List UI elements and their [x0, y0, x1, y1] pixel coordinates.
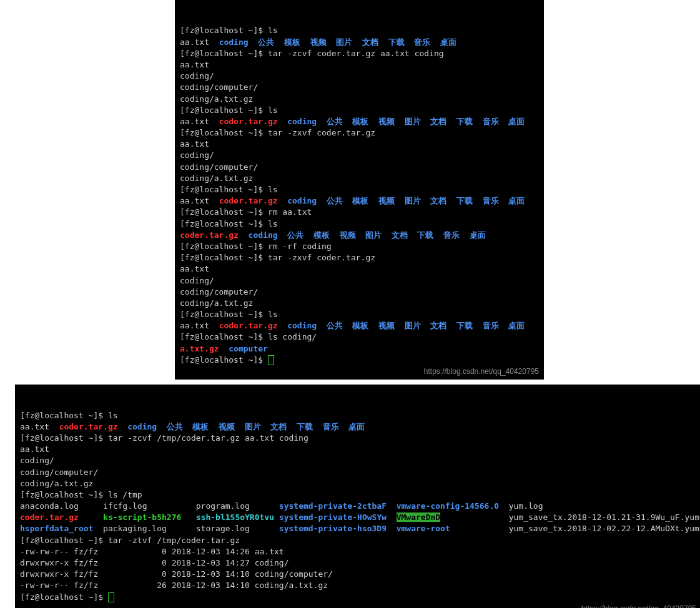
- terminal-line: aa.txt coder.tar.gz coding 公共 模板 视频 图片 文…: [20, 421, 696, 433]
- text-segment: 音乐: [443, 230, 460, 240]
- text-segment: aa.txt: [180, 117, 219, 126]
- text-segment: coder.tar.gz: [219, 117, 278, 126]
- text-segment: 公共: [327, 117, 343, 126]
- text-segment: [421, 196, 431, 205]
- text-segment: [499, 117, 509, 126]
- text-segment: drwxrwxr-x fz/fz 0 2018-12-03 14:27 codi…: [20, 558, 288, 567]
- text-segment: [387, 524, 397, 533]
- text-segment: [343, 321, 353, 330]
- terminal-line: [fz@localhost ~]$ tar -zcvf coder.tar.gz…: [180, 48, 539, 59]
- text-segment: 下载: [388, 37, 405, 47]
- text-segment: 音乐: [414, 37, 430, 47]
- text-segment: [fz@localhost ~]$ tar -zxvf coder.tar.gz: [180, 253, 375, 262]
- text-segment: 图片: [365, 230, 382, 240]
- text-segment: vmware-config-14566.0: [397, 501, 499, 511]
- text-segment: [fz@localhost ~]$ tar -zcvf coder.tar.gz…: [180, 49, 444, 58]
- text-segment: [408, 230, 418, 240]
- terminal-line: [fz@localhost ~]$ ls: [180, 184, 539, 195]
- text-segment: [387, 501, 397, 511]
- text-segment: [327, 37, 337, 47]
- text-segment: [317, 117, 327, 126]
- text-segment: [fz@localhost ~]$: [180, 355, 268, 365]
- text-segment: [446, 321, 456, 330]
- terminal-line: hsperfdata_root packaging.log storage.lo…: [20, 523, 696, 534]
- cursor-icon: [108, 592, 114, 602]
- text-segment: [235, 422, 245, 431]
- text-segment: [fz@localhost ~]$ ls: [20, 411, 118, 420]
- terminal-line: coding/computer/: [20, 467, 696, 478]
- text-segment: 下载: [456, 117, 473, 126]
- text-segment: coding/computer/: [180, 82, 258, 92]
- text-segment: [274, 512, 279, 522]
- text-segment: [473, 196, 483, 205]
- text-segment: systemd-private-2ctbaF: [279, 501, 387, 511]
- terminal-line: aa.txt: [20, 444, 696, 455]
- text-segment: [fz@localhost ~]$ ls: [180, 185, 278, 194]
- text-segment: [460, 230, 470, 240]
- terminal-line: aa.txt coding 公共 模板 视频 图片 文档 下载 音乐 桌面: [180, 37, 539, 48]
- text-segment: [278, 230, 288, 240]
- cursor-icon: [268, 355, 274, 365]
- terminal-line: anaconda.log ifcfg.log program.log syste…: [20, 501, 696, 512]
- text-segment: 公共: [167, 422, 183, 431]
- text-segment: coding/a.txt.gz: [180, 174, 253, 183]
- text-segment: coder.tar.gz: [219, 196, 278, 205]
- text-segment: 下载: [417, 230, 433, 240]
- terminal-line: [fz@localhost ~]$ rm aa.txt: [180, 207, 539, 218]
- text-segment: [395, 117, 405, 126]
- text-segment: coding/: [180, 276, 214, 285]
- text-segment: 视频: [219, 422, 235, 431]
- text-segment: [fz@localhost ~]$ ls: [180, 26, 278, 35]
- text-segment: [430, 37, 440, 47]
- terminal-line: [fz@localhost ~]$: [20, 592, 696, 603]
- terminal-line: [fz@localhost ~]$ tar -zxvf coder.tar.gz: [180, 127, 539, 139]
- text-segment: 桌面: [508, 321, 525, 330]
- text-segment: VMwareDnD: [397, 512, 440, 522]
- text-segment: [405, 37, 415, 47]
- text-segment: [fz@localhost ~]$ ls: [180, 310, 278, 319]
- text-segment: aa.txt: [180, 139, 209, 149]
- terminal-line: coding/a.txt.gz: [20, 478, 696, 489]
- text-segment: coding/a.txt.gz: [180, 94, 253, 104]
- terminal-line: aa.txt coder.tar.gz coding 公共 模板 视频 图片 文…: [180, 195, 539, 207]
- text-segment: [473, 321, 483, 330]
- text-segment: [157, 422, 167, 431]
- text-segment: 图片: [405, 196, 421, 205]
- text-segment: 视频: [378, 321, 395, 330]
- text-segment: [446, 117, 456, 126]
- terminal-line: aa.txt coder.tar.gz coding 公共 模板 视频 图片 文…: [180, 116, 539, 127]
- text-segment: [343, 117, 353, 126]
- text-segment: [352, 37, 362, 47]
- text-segment: drwxrwxr-x fz/fz 0 2018-12-03 14:10 codi…: [20, 569, 333, 579]
- text-segment: 文档: [430, 196, 446, 205]
- text-segment: 公共: [258, 37, 274, 47]
- text-segment: 文档: [430, 321, 446, 330]
- text-segment: [300, 37, 310, 47]
- text-segment: [368, 196, 378, 205]
- text-segment: 音乐: [483, 321, 499, 330]
- terminal-line: [fz@localhost ~]$ tar -zxvf coder.tar.gz: [180, 252, 539, 263]
- text-segment: coding/: [20, 456, 54, 465]
- text-segment: a.txt.gz: [180, 344, 219, 353]
- text-segment: -rw-rw-r-- fz/fz 0 2018-12-03 14:26 aa.t…: [20, 547, 284, 556]
- text-segment: 图片: [336, 37, 352, 47]
- text-segment: [181, 512, 195, 522]
- text-segment: yum_save_tx.2018-12-01.21-31.9Wu_uF.yumt…: [440, 512, 700, 522]
- text-segment: [fz@localhost ~]$ tar -ztvf /tmp/coder.t…: [20, 536, 240, 545]
- terminal-line: -rw-rw-r-- fz/fz 0 2018-12-03 14:26 aa.t…: [20, 546, 696, 557]
- terminal-line: [fz@localhost ~]$: [180, 355, 539, 366]
- text-segment: computer: [229, 344, 268, 353]
- text-segment: coder.tar.gz: [59, 422, 118, 431]
- text-segment: [473, 117, 483, 126]
- text-segment: 桌面: [508, 196, 525, 205]
- terminal-line: aa.txt: [180, 139, 539, 150]
- terminal-block-2[interactable]: [fz@localhost ~]$ lsaa.txt coder.tar.gz …: [15, 385, 700, 608]
- text-segment: [278, 321, 288, 330]
- text-segment: 公共: [327, 321, 343, 330]
- text-segment: [421, 321, 431, 330]
- terminal-line: aa.txt: [180, 263, 539, 275]
- terminal-block-1[interactable]: [fz@localhost ~]$ lsaa.txt coding 公共 模板 …: [175, 0, 544, 380]
- terminal-line: aa.txt coder.tar.gz coding 公共 模板 视频 图片 文…: [180, 320, 539, 331]
- text-segment: coding/a.txt.gz: [180, 298, 253, 308]
- text-segment: [fz@localhost ~]$ tar -zcvf /tmp/coder.t…: [20, 433, 308, 443]
